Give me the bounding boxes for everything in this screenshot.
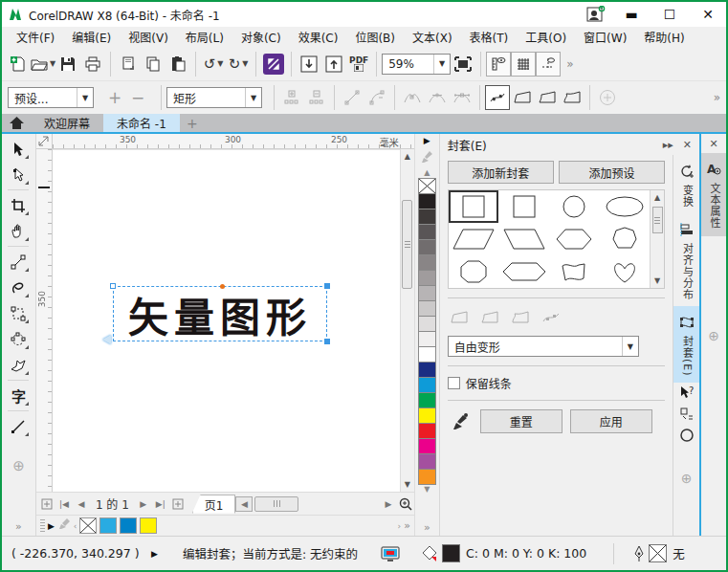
undo-button[interactable]: ↺▼ bbox=[201, 52, 226, 77]
pick-tool[interactable] bbox=[5, 136, 32, 162]
mapping-mode-combobox[interactable]: 自由变形 ▼ bbox=[448, 336, 639, 357]
toolbar-overflow-icon[interactable]: » bbox=[566, 57, 573, 71]
envelope-preset-circle[interactable] bbox=[549, 190, 600, 223]
vertical-scrollbar[interactable]: ▲ ▼ bbox=[400, 149, 414, 492]
tab-welcome-screen[interactable]: 欢迎屏幕 bbox=[31, 114, 103, 132]
add-node-button[interactable] bbox=[279, 85, 304, 110]
envelope-preset-elongated-hexagon[interactable] bbox=[498, 255, 549, 288]
swatch-green[interactable] bbox=[418, 392, 436, 408]
palette-scroll-right-icon[interactable]: › bbox=[398, 521, 402, 531]
envelope-preset-octagon[interactable] bbox=[449, 255, 499, 288]
freehand-tool[interactable] bbox=[5, 249, 32, 275]
doc-swatch-color[interactable] bbox=[140, 517, 157, 534]
paste-button[interactable] bbox=[165, 52, 190, 77]
rectangle-tool[interactable] bbox=[5, 300, 32, 326]
menu-item-text[interactable]: 文本(X) bbox=[404, 27, 461, 47]
new-document-button[interactable] bbox=[6, 52, 31, 77]
envelope-single-arc-mode-button[interactable] bbox=[535, 85, 560, 110]
menu-item-tools[interactable]: 工具(O) bbox=[517, 27, 575, 47]
ruler-origin-icon[interactable] bbox=[36, 134, 53, 149]
envelope-preset-square[interactable] bbox=[498, 190, 549, 223]
doc-swatch-none[interactable] bbox=[79, 517, 97, 534]
show-guidelines-button[interactable] bbox=[536, 52, 561, 77]
palette-flyout-icon[interactable]: ▶ bbox=[48, 521, 55, 531]
swatch-10-black[interactable] bbox=[418, 331, 436, 347]
envelope-straight-line-mode-button[interactable] bbox=[510, 85, 535, 110]
color-settings-icon[interactable] bbox=[381, 545, 400, 562]
zoom-level-combobox[interactable]: 59% ▼ bbox=[382, 54, 451, 75]
swatch-red[interactable] bbox=[418, 423, 436, 439]
swatch-90-black[interactable] bbox=[418, 209, 436, 225]
fill-color-icon[interactable] bbox=[421, 545, 438, 562]
status-expand-icon[interactable]: ▶ bbox=[151, 549, 158, 559]
polygon-tool[interactable] bbox=[5, 352, 32, 378]
swatch-magenta[interactable] bbox=[418, 438, 436, 454]
dimension-tool[interactable] bbox=[5, 413, 32, 439]
swatch-purple[interactable] bbox=[418, 453, 436, 470]
grid-scroll-down-icon[interactable]: ▼ bbox=[651, 274, 665, 288]
apply-button[interactable]: 应用 bbox=[570, 409, 652, 433]
first-page-button[interactable]: |◀ bbox=[55, 495, 73, 513]
print-button[interactable] bbox=[80, 52, 105, 77]
smooth-node-button[interactable] bbox=[425, 85, 450, 110]
home-icon[interactable] bbox=[2, 114, 31, 132]
outline-color-swatch[interactable] bbox=[649, 544, 667, 562]
docker-single-arc-mode-icon[interactable] bbox=[478, 307, 501, 328]
envelope-preset-heptagon[interactable] bbox=[600, 223, 651, 255]
export-button[interactable] bbox=[321, 52, 346, 77]
docker-straight-line-mode-icon[interactable] bbox=[448, 307, 471, 328]
keep-lines-checkbox[interactable] bbox=[448, 377, 460, 389]
h-scroll-right-icon[interactable]: ▶ bbox=[380, 495, 397, 513]
account-icon[interactable] bbox=[586, 6, 606, 23]
toolbox-customize-icon[interactable]: ⊕ bbox=[5, 452, 32, 478]
envelope-preset-hexagon[interactable] bbox=[549, 223, 600, 255]
swatch-60-black[interactable] bbox=[418, 254, 436, 271]
envelope-node-top-left[interactable] bbox=[110, 283, 116, 289]
grid-scroll-up-icon[interactable]: ▲ bbox=[651, 190, 665, 205]
add-page-start-button[interactable] bbox=[38, 495, 55, 513]
vertical-scroll-thumb[interactable] bbox=[402, 200, 412, 289]
snap-options-icon[interactable] bbox=[675, 404, 698, 425]
scroll-up-icon[interactable]: ▲ bbox=[400, 149, 414, 164]
horizontal-ruler[interactable]: 350 300 250 毫米 bbox=[53, 134, 414, 149]
menu-item-object[interactable]: 对象(C) bbox=[232, 27, 290, 47]
new-document-tab-button[interactable]: + bbox=[180, 114, 205, 132]
open-button[interactable]: ▼ bbox=[31, 52, 55, 77]
delete-node-button[interactable] bbox=[304, 85, 329, 110]
envelope-preset-square[interactable] bbox=[449, 190, 499, 223]
fullscreen-preview-button[interactable] bbox=[451, 52, 475, 77]
menu-item-view[interactable]: 视图(V) bbox=[120, 27, 177, 47]
palette-drag-handle[interactable] bbox=[40, 519, 45, 533]
remove-preset-button[interactable]: − bbox=[126, 88, 149, 107]
swatch-50-black[interactable] bbox=[418, 270, 436, 286]
artwork-text[interactable]: 矢量图形 bbox=[128, 285, 312, 343]
swatch-white[interactable] bbox=[418, 346, 436, 363]
add-new-envelope-button[interactable]: 添加新封套 bbox=[448, 161, 554, 184]
docker-collapse-icon[interactable]: ▸▸ bbox=[663, 139, 673, 151]
color-palette-flyout-icon[interactable]: ▶ bbox=[424, 136, 430, 149]
corner-shape-icon[interactable] bbox=[675, 425, 698, 446]
envelope-node-top-center[interactable] bbox=[220, 284, 225, 289]
whats-this-icon[interactable]: ? bbox=[675, 383, 698, 404]
mapping-mode-dropdown-icon[interactable]: ▼ bbox=[622, 337, 638, 356]
swatch-80-black[interactable] bbox=[418, 224, 436, 240]
page-tab-1[interactable]: 页1 bbox=[192, 495, 236, 514]
envelope-preset-ellipse[interactable] bbox=[600, 190, 651, 223]
preset-grid-scrollbar[interactable]: ▲ ▼ bbox=[650, 190, 664, 288]
right-strip-close-icon[interactable]: ✕ bbox=[709, 134, 717, 153]
swatch-orange[interactable] bbox=[418, 469, 436, 485]
envelope-node-bottom-right[interactable] bbox=[324, 339, 330, 344]
swatch-blue[interactable] bbox=[418, 362, 436, 378]
quick-customize-button[interactable] bbox=[595, 85, 620, 110]
palette-scroll-left-icon[interactable]: ‹ bbox=[74, 521, 77, 531]
menu-item-effects[interactable]: 效果(C) bbox=[290, 27, 347, 47]
save-button[interactable] bbox=[55, 52, 80, 77]
palette-eyedropper-icon[interactable] bbox=[57, 517, 71, 534]
swatch-yellow[interactable] bbox=[418, 407, 436, 424]
outline-pen-icon[interactable] bbox=[633, 545, 645, 562]
h-scroll-left-icon[interactable]: ◀ bbox=[235, 496, 253, 512]
search-content-button[interactable] bbox=[261, 52, 286, 77]
right-strip-customize-icon[interactable]: ⊕ bbox=[708, 328, 719, 343]
menu-item-table[interactable]: 表格(T) bbox=[461, 27, 518, 47]
color-eyedropper-icon[interactable] bbox=[420, 149, 433, 168]
